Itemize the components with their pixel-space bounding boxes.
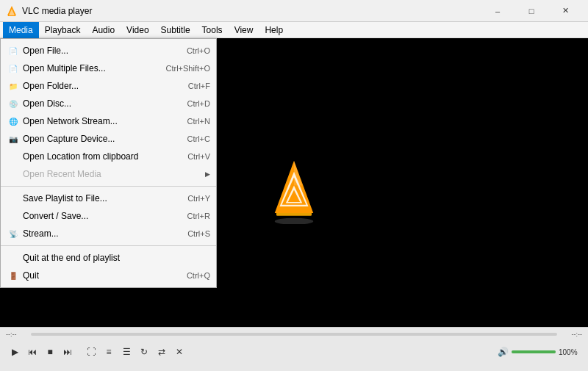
window-title: VLC media player: [22, 6, 481, 16]
dropdown-item-quit[interactable]: 🚪QuitCtrl+Q: [1, 267, 216, 284]
playlist-button[interactable]: ☰: [118, 344, 135, 360]
dropdown-item-open-clipboard[interactable]: Open Location from clipboardCtrl+V: [1, 148, 216, 165]
title-bar: VLC media player – □ ✕: [0, 0, 588, 22]
volume-bar[interactable]: [512, 350, 556, 353]
item-icon-open-clipboard: [7, 150, 20, 163]
seek-time-right: --:--: [560, 331, 582, 338]
close-button[interactable]: ✕: [548, 0, 582, 22]
item-label-save-playlist: Save Playlist to File...: [23, 193, 173, 203]
menu-item-help[interactable]: Help: [259, 22, 289, 38]
item-icon-convert: [7, 209, 20, 223]
item-icon-open-recent: [7, 168, 20, 181]
seek-time-left: --:--: [6, 331, 28, 338]
volume-label: 100%: [559, 348, 582, 356]
shortcut-save-playlist: Ctrl+Y: [187, 194, 210, 203]
menu-divider-1: [1, 186, 216, 187]
menu-divider-2: [1, 245, 216, 246]
seek-bar-area: --:-- --:--: [0, 328, 588, 341]
minimize-button[interactable]: –: [481, 0, 514, 22]
shortcut-open-disc: Ctrl+D: [187, 99, 210, 108]
main-content: 📄Open File...Ctrl+O📄Open Multiple Files.…: [0, 38, 588, 343]
dropdown-item-stream[interactable]: 📡Stream...Ctrl+S: [1, 225, 216, 242]
prev-button[interactable]: ⏮: [24, 344, 40, 360]
shortcut-open-clipboard: Ctrl+V: [187, 152, 210, 161]
loop-button[interactable]: ↻: [136, 344, 152, 360]
item-icon-save-playlist: [7, 192, 20, 205]
dropdown-item-save-playlist[interactable]: Save Playlist to File...Ctrl+Y: [1, 190, 216, 207]
item-label-open-clipboard: Open Location from clipboard: [23, 151, 173, 162]
controls-row: ▶ ⏮ ■ ⏭ ⛶ ≡ ☰ ↻ ⇄ ✕ 🔊 100%: [0, 341, 588, 363]
shortcut-stream: Ctrl+S: [187, 229, 210, 238]
menu-item-subtitle[interactable]: Subtitle: [155, 22, 196, 38]
dropdown-menu: 📄Open File...Ctrl+O📄Open Multiple Files.…: [0, 38, 217, 288]
item-label-open-multiple: Open Multiple Files...: [23, 63, 151, 73]
vlc-cone-logo: [261, 158, 327, 224]
shortcut-open-network: Ctrl+N: [187, 117, 210, 126]
item-label-quit: Quit: [23, 270, 172, 281]
dropdown-item-open-network[interactable]: 🌐Open Network Stream...Ctrl+N: [1, 112, 216, 130]
shuffle-button[interactable]: ⇄: [154, 344, 170, 360]
submenu-arrow-open-recent: ▶: [205, 170, 210, 178]
menu-bar: MediaPlaybackAudioVideoSubtitleToolsView…: [0, 22, 588, 38]
dropdown-item-open-disc[interactable]: 💿Open Disc...Ctrl+D: [1, 95, 216, 112]
svg-rect-2: [8, 15, 15, 16]
item-label-stream: Stream...: [23, 228, 173, 239]
item-label-open-recent: Open Recent Media: [23, 169, 205, 179]
dropdown-item-open-folder[interactable]: 📁Open Folder...Ctrl+F: [1, 77, 216, 95]
dropdown-item-open-capture[interactable]: 📷Open Capture Device...Ctrl+C: [1, 130, 216, 148]
item-label-open-file: Open File...: [23, 46, 172, 56]
item-icon-open-multiple: 📄: [7, 62, 20, 75]
stop-button[interactable]: ■: [42, 344, 58, 360]
item-label-open-network: Open Network Stream...: [23, 116, 173, 126]
item-icon-open-folder: 📁: [7, 79, 20, 93]
menu-item-view[interactable]: View: [229, 22, 259, 38]
maximize-button[interactable]: □: [514, 0, 548, 22]
item-icon-open-disc: 💿: [7, 97, 20, 110]
volume-fill: [512, 350, 556, 353]
menu-item-media[interactable]: Media: [3, 22, 39, 38]
menu-item-audio[interactable]: Audio: [86, 22, 121, 38]
item-icon-quit-end: [7, 251, 20, 264]
shortcut-convert: Ctrl+R: [187, 212, 210, 220]
item-icon-open-capture: 📷: [7, 132, 20, 145]
menu-item-playback[interactable]: Playback: [39, 22, 87, 38]
dropdown-item-open-recent: Open Recent Media▶: [1, 165, 216, 183]
dropdown-item-open-file[interactable]: 📄Open File...Ctrl+O: [1, 42, 216, 60]
item-icon-open-network: 🌐: [7, 115, 20, 128]
play-button[interactable]: ▶: [7, 344, 23, 360]
item-label-open-capture: Open Capture Device...: [23, 134, 173, 144]
menu-item-video[interactable]: Video: [121, 22, 154, 38]
dropdown-item-open-multiple[interactable]: 📄Open Multiple Files...Ctrl+Shift+O: [1, 60, 216, 77]
svg-point-3: [275, 217, 314, 223]
volume-area: 🔊 100%: [498, 347, 582, 357]
shortcut-quit: Ctrl+Q: [187, 271, 210, 280]
extended-button[interactable]: ≡: [101, 344, 117, 360]
seek-bar[interactable]: [31, 333, 557, 336]
item-label-open-folder: Open Folder...: [23, 81, 173, 91]
frame-button[interactable]: ✕: [171, 344, 187, 360]
bottom-bar: --:-- --:-- ▶ ⏮ ■ ⏭ ⛶ ≡ ☰ ↻ ⇄ ✕ 🔊 100%: [0, 327, 588, 371]
svg-marker-10: [294, 160, 302, 185]
menu-item-tools[interactable]: Tools: [196, 22, 229, 38]
item-label-open-disc: Open Disc...: [23, 98, 173, 109]
shortcut-open-file: Ctrl+O: [187, 46, 210, 55]
shortcut-open-capture: Ctrl+C: [187, 134, 210, 143]
item-label-convert: Convert / Save...: [23, 211, 173, 221]
app-icon: [6, 5, 18, 17]
shortcut-open-multiple: Ctrl+Shift+O: [165, 64, 210, 73]
shortcut-open-folder: Ctrl+F: [188, 82, 210, 90]
fullscreen-button[interactable]: ⛶: [83, 344, 99, 360]
item-icon-quit: 🚪: [7, 269, 20, 282]
next-button[interactable]: ⏭: [60, 344, 76, 360]
dropdown-item-quit-end[interactable]: Quit at the end of playlist: [1, 249, 216, 267]
item-label-quit-end: Quit at the end of playlist: [23, 253, 210, 263]
item-icon-open-file: 📄: [7, 44, 20, 57]
item-icon-stream: 📡: [7, 227, 20, 240]
volume-icon: 🔊: [498, 347, 509, 357]
dropdown-item-convert[interactable]: Convert / Save...Ctrl+R: [1, 207, 216, 225]
